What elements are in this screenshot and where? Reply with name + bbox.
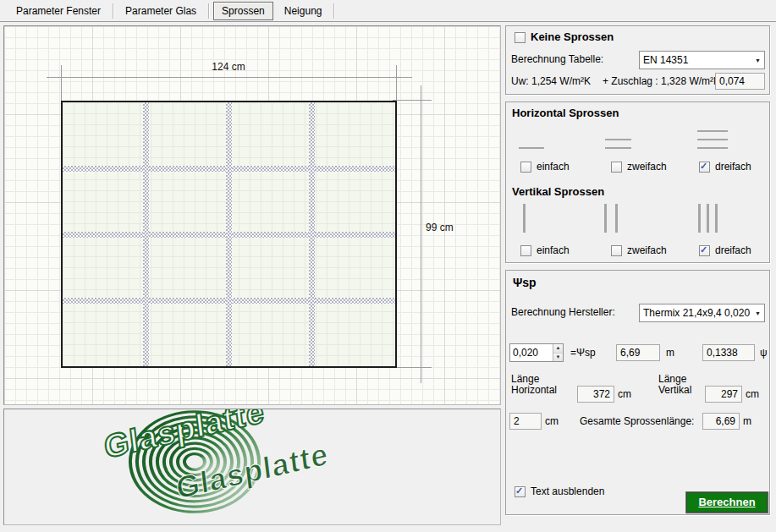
horizontal-sprossen-title: Horizontal Sprossen bbox=[512, 107, 619, 118]
double-hbar-icon bbox=[605, 139, 631, 140]
check-icon: ✓ bbox=[700, 244, 707, 255]
vertikal-sprossen-title: Vertikal Sprossen bbox=[512, 186, 604, 197]
dimension-extension-left bbox=[61, 65, 62, 105]
laenge-vertikal-label: Länge Vertikal bbox=[658, 374, 691, 396]
window-drawing-canvas: 124 cm 99 cm bbox=[3, 25, 501, 405]
unit-cm-label: cm bbox=[746, 389, 759, 400]
group-berechnung-tabelle: ✓ Keine Sprossen Berechnung Tabelle: EN … bbox=[505, 25, 770, 95]
text-ausblenden-label: Text ausblenden bbox=[531, 486, 604, 497]
tab-strip: Parameter Fenster Parameter Glas Sprosse… bbox=[0, 0, 776, 22]
sprossen-window: Parameter Fenster Parameter Glas Sprosse… bbox=[0, 0, 776, 532]
triple-vbar-icon bbox=[707, 204, 709, 233]
muntin-vertical bbox=[226, 102, 232, 366]
zuschlag-value-label: + Zuschlag : 1,328 W/m²K bbox=[603, 76, 720, 87]
unit-m-label: m bbox=[666, 348, 674, 359]
muntin-vertical bbox=[143, 102, 149, 366]
muntin-vertical bbox=[309, 102, 315, 366]
laenge-vertikal-field[interactable] bbox=[705, 386, 742, 403]
vertikal-dreifach-checkbox[interactable]: ✓ bbox=[699, 245, 710, 256]
tab-parameter-glas[interactable]: Parameter Glas bbox=[118, 3, 204, 19]
group-psi-sp: Ψsp Berechnung Hersteller: Thermix 21,4x… bbox=[505, 270, 770, 515]
check-icon: ✓ bbox=[515, 485, 523, 496]
unit-m-label: m bbox=[743, 416, 751, 427]
triple-hbar-icon bbox=[697, 147, 728, 149]
horizontal-zweifach-label: zweifach bbox=[627, 162, 667, 173]
tab-separator bbox=[333, 3, 334, 19]
vertikal-einfach-label: einfach bbox=[537, 245, 570, 256]
stepper-buttons[interactable]: ▲ ▼ bbox=[553, 344, 563, 361]
gesamte-sprossenlaenge-label: Gesamte Sprossenlänge: bbox=[580, 416, 694, 427]
tab-parameter-fenster[interactable]: Parameter Fenster bbox=[8, 3, 108, 19]
dimension-line-horizontal bbox=[47, 77, 412, 78]
check-icon: ✓ bbox=[700, 161, 707, 172]
sprossenbreite-field[interactable] bbox=[509, 413, 542, 430]
tab-sprossen[interactable]: Sprossen bbox=[213, 2, 273, 20]
height-dimension-label: 99 cm bbox=[426, 222, 454, 233]
group-sprossen-auswahl: Horizontal Sprossen ✓ einfach ✓ zweifach… bbox=[505, 101, 770, 263]
vertikal-zweifach-label: zweifach bbox=[627, 245, 667, 256]
unit-psi-label: ψ bbox=[760, 348, 768, 359]
width-dimension-label: 124 cm bbox=[157, 61, 300, 73]
tab-separator bbox=[113, 3, 113, 19]
horizontal-einfach-checkbox[interactable]: ✓ bbox=[520, 162, 531, 173]
double-hbar-icon bbox=[605, 147, 631, 149]
berechnung-hersteller-label: Berechnung Hersteller: bbox=[511, 307, 615, 318]
hersteller-dropdown-value: Thermix 21,4x9,4 0,020 bbox=[643, 307, 751, 319]
vertikal-zweifach-checkbox[interactable]: ✓ bbox=[611, 245, 622, 256]
keine-sprossen-checkbox[interactable]: ✓ bbox=[515, 32, 526, 43]
glasplatte-logo: Glasplatte Glasplatte bbox=[4, 409, 500, 524]
tab-separator bbox=[208, 3, 209, 19]
dimension-extension-top bbox=[393, 100, 432, 101]
double-vbar-icon bbox=[604, 204, 607, 233]
vertikal-dreifach-label: dreifach bbox=[715, 245, 751, 256]
window-glass bbox=[61, 101, 397, 368]
berechnen-button[interactable]: Berechnen bbox=[685, 491, 768, 513]
stepper-up-icon[interactable]: ▲ bbox=[553, 344, 563, 354]
logo-panel: Glasplatte Glasplatte bbox=[3, 409, 501, 525]
horizontal-einfach-label: einfach bbox=[537, 162, 570, 173]
horizontal-zweifach-checkbox[interactable]: ✓ bbox=[611, 162, 622, 173]
tabelle-dropdown-value: EN 14351 bbox=[643, 54, 751, 66]
psp-value-stepper[interactable]: ▲ ▼ bbox=[509, 343, 564, 362]
triple-vbar-icon bbox=[698, 204, 701, 233]
text-ausblenden-checkbox[interactable]: ✓ bbox=[515, 486, 526, 497]
hersteller-dropdown[interactable]: Thermix 21,4x9,4 0,020 ▼ bbox=[639, 304, 765, 322]
double-vbar-icon bbox=[615, 204, 618, 233]
horizontal-dreifach-checkbox[interactable]: ✓ bbox=[699, 162, 710, 173]
laenge-horizontal-label: Länge Horizontal bbox=[511, 374, 557, 396]
triple-hbar-icon bbox=[697, 130, 728, 132]
dimension-line-vertical bbox=[421, 85, 421, 383]
psp-value-input[interactable] bbox=[510, 344, 553, 361]
zuschlag-delta-field[interactable] bbox=[715, 73, 765, 90]
keine-sprossen-label: Keine Sprossen bbox=[531, 31, 614, 42]
vertikal-einfach-checkbox[interactable]: ✓ bbox=[520, 245, 531, 256]
unit-cm-label: cm bbox=[545, 416, 559, 427]
triple-vbar-icon bbox=[715, 204, 718, 233]
dropdown-arrow-icon[interactable]: ▼ bbox=[751, 58, 761, 63]
tabelle-dropdown[interactable]: EN 14351 ▼ bbox=[639, 51, 765, 69]
tab-neigung[interactable]: Neigung bbox=[277, 3, 330, 19]
gesamte-sprossenlaenge-field[interactable] bbox=[702, 413, 740, 430]
psp-title: Ψsp bbox=[513, 277, 537, 288]
single-vbar-icon bbox=[523, 204, 526, 233]
laenge-horizontal-field[interactable] bbox=[577, 386, 614, 403]
dropdown-arrow-icon[interactable]: ▼ bbox=[751, 310, 761, 316]
dimension-extension-right bbox=[396, 65, 397, 105]
uw-value-label: Uw: 1,254 W/m²K bbox=[511, 76, 591, 87]
horizontal-dreifach-label: dreifach bbox=[715, 162, 751, 173]
single-hbar-icon bbox=[519, 147, 544, 149]
unit-cm-label: cm bbox=[618, 389, 631, 400]
berechnung-tabelle-label: Berechnung Tabelle: bbox=[511, 54, 603, 65]
triple-hbar-icon bbox=[697, 139, 728, 140]
psi-result-field[interactable] bbox=[702, 344, 755, 361]
dimension-extension-bottom bbox=[393, 367, 432, 368]
stepper-down-icon[interactable]: ▼ bbox=[553, 354, 563, 362]
sprossenlaenge-field[interactable] bbox=[616, 344, 660, 361]
psp-equals-label: =Ψsp bbox=[570, 348, 596, 359]
